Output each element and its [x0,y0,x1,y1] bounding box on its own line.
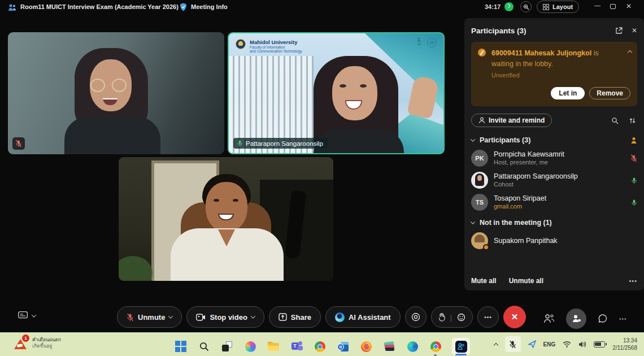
captions-toggle[interactable] [18,311,36,320]
file-explorer-button[interactable] [267,340,280,353]
stop-video-label: Stop video [210,313,247,322]
chrome-running-button[interactable] [429,340,442,353]
video-tile-pattaraporn[interactable]: Mahidol University Faculty of Informatio… [228,32,445,154]
wifi-icon[interactable] [563,341,571,348]
meeting-title: Room11 MUICT Interview Exam (Academic Ye… [20,3,179,10]
close-window-button[interactable]: ✕ [626,2,632,10]
video-art-glasses-right [112,79,127,92]
language-indicator[interactable]: ENG [543,341,556,348]
video-art-eye-r [360,84,367,88]
magnifier-zoom-icon[interactable] [520,1,532,12]
search-icon [199,342,209,351]
participant-name: Pornpicha Kaewsamrit [494,150,630,159]
chevron-down-icon [251,314,255,318]
lobby-collapse-chevron-icon[interactable] [628,50,632,55]
chevron-down-icon [471,137,475,141]
let-in-button[interactable]: Let in [551,87,585,99]
panel-close-icon[interactable]: ✕ [632,27,637,34]
tray-chevron-up-icon[interactable] [493,343,498,348]
ai-assistant-button[interactable]: AI Assistant [325,306,401,328]
weather-line1: คำเตือนฝนตก [32,337,61,343]
weather-line2: เกิดขึ้นอยู่ [32,343,61,349]
raise-hand-icon[interactable] [438,313,445,322]
firefox-icon [361,341,372,352]
chat-icon[interactable] [598,314,608,324]
section-not-in-meeting[interactable]: Not in the meeting (1) [471,219,637,227]
copilot-button[interactable] [243,340,257,353]
tray-more-icon[interactable]: ••• [619,316,627,322]
avatar-initials: TS [471,194,488,211]
meeting-info-button[interactable]: Meeting Info [191,3,228,10]
layout-button[interactable]: Layout [537,1,579,13]
person-icon [478,117,485,124]
teams-app-button[interactable]: T [290,340,303,353]
wallet-button[interactable] [382,340,396,353]
lobby-badge-glyph [480,50,484,55]
right-controls: ••• [543,309,627,329]
mic-off-icon[interactable] [630,154,637,162]
stop-video-button[interactable]: Stop video [186,306,264,328]
mic-on-icon[interactable] [631,199,637,206]
teams-meeting-icon [455,341,467,353]
outlook-button[interactable]: o [336,340,350,353]
participant-row-pornpicha[interactable]: PK Pornpicha Kaewsamrit Host, presenter,… [471,150,637,167]
react-emoji-icon[interactable] [457,313,465,322]
pop-out-icon[interactable] [615,27,623,34]
more-options-button[interactable]: ••• [477,306,499,328]
participant-row-supakorn[interactable]: Supakorn Panpithak [471,232,637,249]
participants-panel-toggle[interactable] [566,309,586,329]
unmute-button[interactable]: Unmute [117,306,182,328]
people-icon[interactable] [543,314,555,324]
leave-call-button[interactable]: ✕ [503,306,526,328]
video-art-eye-l [340,84,346,88]
maximize-button[interactable] [610,4,616,9]
firefox-button[interactable] [359,340,373,353]
unmute-label: Unmute [138,313,165,322]
invite-and-remind-button[interactable]: Invite and remind [471,114,552,127]
video-tile-pornpicha[interactable] [8,32,224,154]
caption-box-icon [18,311,28,320]
record-button[interactable] [405,306,427,328]
mute-all-button[interactable]: Mute all [471,277,497,285]
task-view-button[interactable] [220,340,234,353]
volume-icon[interactable] [578,341,586,348]
unmute-all-button[interactable]: Unmute all [509,277,543,285]
remove-button[interactable]: Remove [589,87,630,99]
edge-button[interactable] [406,340,419,353]
more-icon: ••• [484,314,492,320]
chrome-button[interactable] [313,340,327,353]
chevron-down-icon [168,314,173,318]
participant-row-pattaraporn[interactable]: Pattaraporn Sangaroonsilp Cohost [471,172,637,189]
teams-meeting-active-button[interactable] [452,338,470,355]
mahidol-emblem-icon [236,39,246,49]
share-label: Share [291,313,311,322]
search-icon[interactable] [611,117,619,124]
taskbar-search-button[interactable] [197,340,211,353]
share-button[interactable]: Share [269,306,321,328]
tray-mic-muted[interactable] [505,336,521,352]
panel-more-icon[interactable]: ••• [629,277,637,284]
sort-icon[interactable] [629,117,636,124]
video-tile-tosapon[interactable] [119,157,333,281]
section-participants[interactable]: Participants (3) [471,136,637,144]
participant-row-tosapon[interactable]: TS Tosapon Siripaet gmail.com [471,194,637,211]
location-icon[interactable] [528,340,536,348]
control-pills: Unmute Stop video Share AI Assistant [117,306,526,328]
weather-widget[interactable]: 1 คำเตือนฝนตก เกิดขึ้นอยู่ [14,336,61,350]
lobby-badge-icon [478,49,486,57]
system-tray: ENG 13:34 2/11/2568 [494,336,637,352]
panel-header: Participants (3) ✕ [471,24,637,37]
tile-muted-badge [12,137,25,150]
clock-widget[interactable]: 13:34 2/11/2568 [612,337,637,351]
avatar-art-face [477,175,482,181]
minimize-button[interactable]: — [594,2,601,8]
battery-nub [606,343,607,345]
call-health-icon[interactable] [504,2,514,11]
participant-name: Supakorn Panpithak [494,237,558,245]
battery-icon[interactable] [594,341,605,348]
video-art-body [64,117,160,154]
weather-alert-icon: 1 [14,336,28,350]
mic-on-icon[interactable] [631,177,637,184]
start-button[interactable] [174,340,188,353]
section-not-in-meeting-label: Not in the meeting (1) [480,219,552,227]
